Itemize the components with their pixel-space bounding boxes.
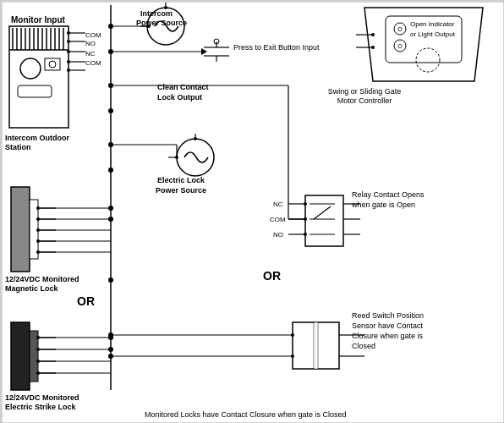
svg-point-52	[177, 139, 214, 176]
svg-text:Lock Output: Lock Output	[157, 93, 202, 102]
svg-point-33	[67, 69, 70, 72]
svg-point-164	[108, 277, 113, 283]
svg-text:Electric Strike Lock: Electric Strike Lock	[5, 403, 77, 411]
svg-text:NC: NC	[273, 201, 283, 208]
svg-point-125	[291, 354, 294, 358]
svg-point-136	[108, 49, 113, 54]
svg-point-54	[194, 137, 197, 140]
svg-text:Station: Station	[5, 143, 31, 151]
svg-point-68	[371, 33, 375, 36]
svg-text:OR: OR	[263, 269, 281, 283]
svg-text:Sensor have Contact: Sensor have Contact	[352, 321, 424, 330]
svg-text:COM: COM	[270, 216, 286, 223]
svg-text:Power Source: Power Source	[156, 186, 206, 195]
svg-point-159	[108, 332, 113, 338]
svg-point-30	[67, 60, 70, 63]
svg-text:when gate is Open: when gate is Open	[351, 201, 415, 209]
wiring-diagram: COM NO NC COM Monitor Input Intercom Out…	[0, 0, 504, 423]
svg-text:Open Indicator: Open Indicator	[410, 20, 455, 28]
svg-text:or Light Output: or Light Output	[410, 30, 456, 38]
svg-text:O: O	[397, 26, 403, 32]
svg-text:Swing or Sliding Gate: Swing or Sliding Gate	[328, 87, 402, 96]
svg-point-163	[108, 168, 113, 173]
svg-point-139	[108, 83, 113, 88]
svg-text:Electric Lock: Electric Lock	[157, 176, 205, 184]
svg-point-161	[108, 354, 113, 359]
svg-text:Monitor Input: Monitor Input	[11, 15, 66, 25]
svg-text:Monitored Locks have Contact C: Monitored Locks have Contact Closure whe…	[145, 410, 347, 419]
svg-point-146	[108, 206, 113, 211]
svg-rect-92	[11, 187, 30, 272]
svg-text:O: O	[397, 43, 403, 49]
svg-text:COM: COM	[85, 59, 101, 67]
svg-text:NO: NO	[85, 40, 96, 47]
svg-text:Intercom: Intercom	[140, 9, 173, 18]
svg-point-143	[108, 142, 113, 147]
svg-text:Motor Controller: Motor Controller	[337, 96, 392, 105]
svg-rect-108	[11, 322, 30, 390]
svg-text:COM: COM	[85, 31, 101, 39]
svg-rect-121	[314, 322, 318, 369]
svg-text:Relay Contact Opens: Relay Contact Opens	[352, 190, 425, 199]
svg-point-162	[108, 108, 113, 113]
svg-point-123	[291, 333, 294, 337]
svg-text:12/24VDC Monitored: 12/24VDC Monitored	[5, 393, 79, 402]
svg-text:Clean Contact: Clean Contact	[157, 83, 209, 91]
svg-point-21	[67, 31, 70, 35]
svg-point-134	[108, 24, 113, 29]
svg-point-70	[371, 46, 375, 49]
svg-point-23	[67, 40, 70, 43]
svg-text:Closure when gate is: Closure when gate is	[352, 332, 424, 340]
svg-text:12/24VDC Monitored: 12/24VDC Monitored	[5, 275, 79, 283]
svg-text:Intercom Outdoor: Intercom Outdoor	[5, 134, 69, 142]
svg-text:OR: OR	[77, 294, 95, 308]
svg-text:Magnetic Lock: Magnetic Lock	[5, 284, 59, 293]
svg-point-155	[108, 347, 113, 352]
svg-point-25	[67, 50, 70, 53]
svg-point-148	[108, 217, 113, 222]
svg-text:NO: NO	[273, 231, 283, 239]
svg-text:NC: NC	[85, 50, 96, 58]
svg-text:Closed: Closed	[352, 342, 375, 350]
svg-rect-73	[305, 195, 343, 246]
svg-text:Reed Switch Position: Reed Switch Position	[352, 311, 424, 320]
svg-text:Press to Exit Button Input: Press to Exit Button Input	[233, 43, 320, 52]
